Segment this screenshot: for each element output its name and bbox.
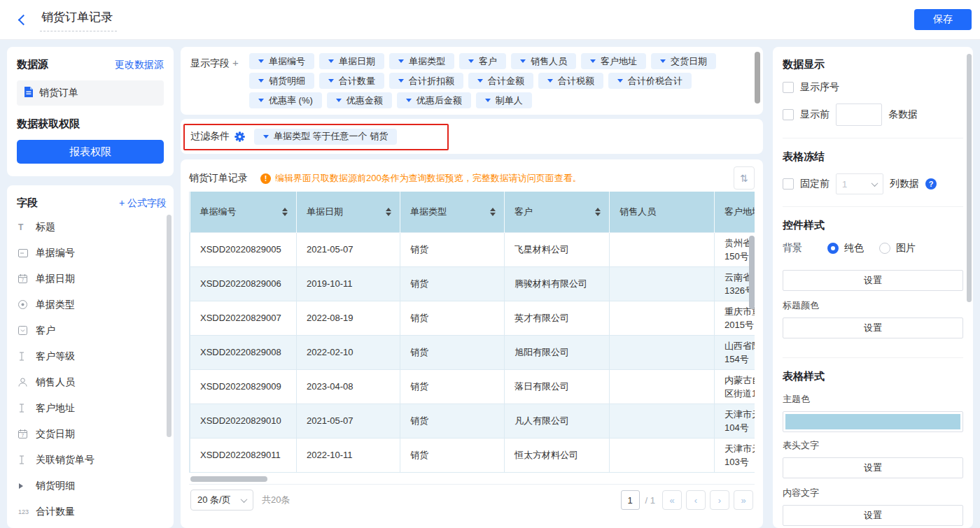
image-radio[interactable] <box>879 243 890 254</box>
display-field-chip[interactable]: 合计数量 <box>319 73 384 89</box>
show-index-checkbox[interactable] <box>783 82 794 93</box>
last-page-button[interactable]: » <box>734 490 753 510</box>
table-row[interactable]: XSDD202208290112022-10-11销货恒太方材料公司天津市天10… <box>190 438 755 472</box>
field-item[interactable]: 单据编号 <box>17 240 167 266</box>
background-set-button[interactable]: 设置 <box>783 270 963 291</box>
next-page-button[interactable]: › <box>710 490 729 510</box>
field-item[interactable]: 123合计折扣额 <box>17 525 167 528</box>
filter-condition-chip[interactable]: 单据类型 等于任意一个 销货 <box>254 129 397 145</box>
display-field-chip[interactable]: 销货明细 <box>249 73 314 89</box>
field-item[interactable]: 7交货日期 <box>17 421 167 447</box>
table-cell-address: 天津市天103号 <box>715 438 755 472</box>
freeze-columns-checkbox[interactable] <box>783 178 794 190</box>
solid-color-radio[interactable] <box>827 243 839 254</box>
table-cell: XSDD20220829008 <box>190 335 297 369</box>
field-item[interactable]: 7单据日期 <box>17 266 167 292</box>
display-field-chip[interactable]: 合计折扣额 <box>389 73 463 89</box>
display-field-chip[interactable]: 优惠金额 <box>327 92 392 108</box>
field-item[interactable]: 单据类型 <box>17 292 167 317</box>
freeze-count-select[interactable]: 1 <box>836 173 883 194</box>
table-row[interactable]: XSDD202208290072022-08-19销货英才有限公司重庆市重201… <box>190 301 755 335</box>
row-count-input[interactable] <box>836 104 882 126</box>
table-horizontal-scrollbar[interactable] <box>190 476 267 482</box>
sort-icon[interactable] <box>386 208 391 216</box>
current-page-input[interactable]: 1 <box>621 490 640 510</box>
prev-page-button[interactable]: ‹ <box>686 490 706 510</box>
show-first-checkbox[interactable] <box>783 109 794 120</box>
text-icon <box>18 455 34 464</box>
show-first-suffix: 条数据 <box>888 108 918 121</box>
column-header: 单据类型 <box>400 192 505 232</box>
display-field-chip[interactable]: 单据编号 <box>249 53 314 69</box>
display-field-chip[interactable]: 优惠率 (%) <box>249 92 322 108</box>
field-item[interactable]: 销售人员 <box>17 369 167 395</box>
chips-scrollbar[interactable] <box>755 52 760 104</box>
display-field-chip[interactable]: 优惠后金额 <box>397 92 471 108</box>
chip-label: 单据编号 <box>269 55 305 68</box>
table-cell: 凡人有限公司 <box>505 404 610 438</box>
sort-icon[interactable] <box>595 208 601 216</box>
page-size-select[interactable]: 20 条/页 <box>190 490 253 511</box>
chip-label: 制单人 <box>496 94 523 107</box>
field-item[interactable]: T标题 <box>17 214 167 240</box>
settings-scrollbar[interactable] <box>967 54 972 302</box>
field-item[interactable]: 关联销货单号 <box>17 447 167 473</box>
table-cell-address: 天津市天104号 <box>715 404 755 438</box>
table-cell: 销货 <box>400 335 505 369</box>
fields-scrollbar[interactable] <box>167 215 172 437</box>
field-item[interactable]: 123合计数量 <box>17 499 167 525</box>
table-vertical-scrollbar[interactable] <box>749 236 755 309</box>
field-item[interactable]: 客户等级 <box>17 343 167 369</box>
display-field-chip[interactable]: 制单人 <box>476 92 532 108</box>
table-row[interactable]: XSDD202208290102021-05-07销货凡人有限公司天津市天104… <box>190 404 755 438</box>
filter-card: 过滤条件 单据类型 等于任意一个 销货 <box>181 119 763 154</box>
title-color-set-button[interactable]: 设置 <box>783 317 963 338</box>
display-field-chip[interactable]: 单据类型 <box>389 53 454 69</box>
add-formula-field-link[interactable]: + 公式字段 <box>119 197 167 210</box>
chevron-down-icon <box>477 79 483 85</box>
display-field-chip[interactable]: 单据日期 <box>319 53 384 69</box>
table-row[interactable]: XSDD202208290082022-02-10销货旭阳有限公司山西省阳154… <box>190 335 755 369</box>
save-button[interactable]: 保存 <box>914 9 972 30</box>
add-field-icon[interactable]: + <box>232 57 239 69</box>
display-field-chip[interactable]: 客户 <box>459 53 506 69</box>
field-item[interactable]: 销货明细 <box>17 473 167 499</box>
field-item[interactable]: 客户 <box>17 317 167 343</box>
table-card: 销货订单记录 编辑界面只取数据源前200条作为查询数据预览，完整数据请访问页面查… <box>181 159 763 528</box>
change-datasource-link[interactable]: 更改数据源 <box>115 59 164 71</box>
title-color-label: 标题颜色 <box>783 299 963 312</box>
total-count-text: 共20条 <box>262 494 290 506</box>
table-horizontal-scroll <box>189 474 755 484</box>
display-field-chip[interactable]: 合计金额 <box>468 73 533 89</box>
display-field-chip[interactable]: 交货日期 <box>651 53 716 69</box>
display-field-chip[interactable]: 客户地址 <box>581 53 646 69</box>
sort-icon[interactable] <box>282 208 288 216</box>
table-cell: XSDD20220829005 <box>190 232 297 266</box>
display-field-chip[interactable]: 销售人员 <box>511 53 576 69</box>
chevron-down-icon <box>258 59 264 66</box>
table-row[interactable]: XSDD202208290052021-05-07销货飞星材料公司贵州省遵150… <box>190 232 755 266</box>
help-icon[interactable] <box>925 178 937 190</box>
display-field-chip[interactable]: 合计价税合计 <box>608 73 692 89</box>
display-field-chip[interactable]: 合计税额 <box>538 73 603 89</box>
first-page-button[interactable]: « <box>662 490 682 510</box>
table-row[interactable]: XSDD202208290092023-04-08销货落日有限公司内蒙古自区街道… <box>190 369 755 404</box>
theme-color-swatch[interactable] <box>783 411 963 432</box>
report-permission-button[interactable]: 报表权限 <box>17 140 164 164</box>
text-icon <box>18 352 34 361</box>
gear-icon[interactable] <box>234 131 245 142</box>
datasource-item[interactable]: 销货订单 <box>17 80 164 106</box>
content-text-set-button[interactable]: 设置 <box>783 505 963 526</box>
header-text-set-button[interactable]: 设置 <box>783 457 963 478</box>
chip-label: 单据日期 <box>339 55 375 68</box>
pagination-bar: 20 条/页 共20条 1 / 1 « ‹ › » <box>189 484 755 516</box>
chip-label: 合计折扣额 <box>409 75 454 87</box>
table-row[interactable]: XSDD202208290062019-10-11销货腾骏材料有限公司云南省昆1… <box>190 266 755 301</box>
back-icon[interactable] <box>18 14 29 25</box>
field-item[interactable]: 客户地址 <box>17 395 167 421</box>
sort-order-button[interactable]: ⇅ <box>734 166 755 190</box>
table-cell <box>610 438 715 472</box>
settings-panel: 数据显示 显示序号 显示前 条数据 表格冻结 固定前 1 列数据 控件样式 背景 <box>773 47 973 528</box>
sort-icon[interactable] <box>490 208 496 216</box>
warning-icon <box>260 173 271 184</box>
